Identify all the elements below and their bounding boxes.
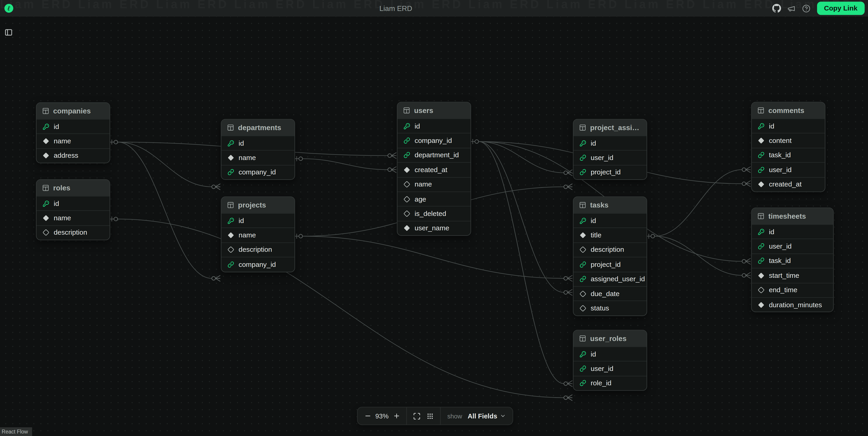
column-row-id[interactable]: id — [36, 196, 110, 211]
table-node-users[interactable]: usersidcompany_iddepartment_idcreated_at… — [397, 102, 471, 236]
table-node-roles[interactable]: rolesidnamedescription — [36, 180, 110, 240]
zoom-out-button[interactable] — [361, 409, 374, 423]
table-header[interactable]: project_assignments — [574, 120, 647, 135]
fields-filter-dropdown[interactable]: All Fields — [464, 409, 509, 423]
react-flow-attribution[interactable]: React Flow — [0, 427, 32, 436]
column-name: content — [769, 137, 792, 145]
table-title: users — [414, 106, 433, 115]
link-icon — [579, 169, 586, 176]
table-icon — [579, 201, 586, 209]
column-row-company_id[interactable]: company_id — [398, 133, 470, 148]
table-title: departments — [238, 124, 281, 132]
column-row-id[interactable]: id — [574, 213, 647, 228]
column-name: id — [591, 139, 596, 147]
column-name: id — [414, 122, 420, 130]
column-row-user_id[interactable]: user_id — [574, 361, 647, 376]
diamond-filled-icon — [227, 154, 234, 161]
column-row-id[interactable]: id — [398, 119, 470, 133]
topbar-watermark: Liam ERD Liam ERD Liam ERD Liam ERD Liam… — [0, 0, 868, 11]
column-row-name[interactable]: name — [398, 177, 470, 191]
column-row-role_id[interactable]: role_id — [574, 376, 647, 391]
column-row-project_id[interactable]: project_id — [574, 165, 647, 180]
table-icon — [757, 213, 765, 220]
column-row-created_at[interactable]: created_at — [752, 177, 825, 191]
column-row-name[interactable]: name — [36, 133, 110, 148]
column-row-description[interactable]: description — [574, 242, 647, 257]
column-row-description[interactable]: description — [36, 225, 110, 240]
column-name: id — [769, 122, 774, 130]
column-row-description[interactable]: description — [221, 242, 294, 257]
table-node-departments[interactable]: departmentsidnamecompany_id — [221, 119, 295, 180]
column-row-age[interactable]: age — [398, 191, 470, 206]
table-header[interactable]: projects — [221, 197, 294, 213]
table-node-project_assignments[interactable]: project_assignmentsiduser_idproject_id — [573, 119, 647, 180]
column-row-name[interactable]: name — [221, 227, 294, 242]
erd-canvas[interactable]: companiesidnameaddressrolesidnamedescrip… — [0, 17, 868, 436]
liam-logo[interactable]: ℓ — [4, 4, 13, 13]
column-row-content[interactable]: content — [752, 133, 825, 148]
column-row-department_id[interactable]: department_id — [398, 148, 470, 162]
column-row-user_name[interactable]: user_name — [398, 221, 470, 235]
table-header[interactable]: comments — [752, 102, 825, 119]
column-name: start_time — [769, 272, 799, 279]
table-header[interactable]: user_roles — [574, 331, 647, 346]
column-row-id[interactable]: id — [574, 346, 647, 361]
panel-left-icon — [4, 28, 12, 36]
table-header[interactable]: companies — [36, 103, 110, 119]
table-header[interactable]: tasks — [574, 197, 647, 213]
link-icon — [757, 166, 765, 174]
tidy-up-button[interactable] — [424, 409, 437, 423]
copy-link-button[interactable]: Copy Link — [817, 2, 865, 15]
column-row-task_id[interactable]: task_id — [752, 148, 825, 162]
column-row-user_id[interactable]: user_id — [752, 239, 833, 253]
column-row-user_id[interactable]: user_id — [574, 150, 647, 165]
column-row-is_deleted[interactable]: is_deleted — [398, 206, 470, 221]
column-row-address[interactable]: address — [36, 148, 110, 163]
column-name: is_deleted — [414, 210, 446, 218]
sidebar-toggle-button[interactable] — [3, 27, 13, 37]
diamond-filled-icon — [757, 301, 765, 308]
column-row-due_date[interactable]: due_date — [574, 286, 647, 301]
column-row-duration_minutes[interactable]: duration_minutes — [752, 297, 833, 312]
column-row-task_id[interactable]: task_id — [752, 253, 833, 268]
table-node-tasks[interactable]: tasksidtitledescriptionproject_idassigne… — [573, 196, 647, 316]
table-node-comments[interactable]: commentsidcontenttask_iduser_idcreated_a… — [751, 102, 825, 192]
table-node-user_roles[interactable]: user_rolesiduser_idrole_id — [573, 330, 647, 391]
diamond-outline-icon — [403, 195, 410, 203]
column-row-id[interactable]: id — [221, 135, 294, 150]
column-name: company_id — [414, 137, 452, 145]
column-row-assigned_user_id[interactable]: assigned_user_id — [574, 272, 647, 286]
table-node-companies[interactable]: companiesidnameaddress — [36, 102, 110, 163]
github-button[interactable] — [772, 4, 781, 13]
key-icon — [579, 217, 586, 224]
column-row-name[interactable]: name — [36, 211, 110, 225]
column-row-title[interactable]: title — [574, 227, 647, 242]
column-row-company_id[interactable]: company_id — [221, 165, 294, 180]
column-name: id — [239, 217, 244, 225]
help-button[interactable] — [802, 4, 811, 13]
link-icon — [579, 261, 586, 268]
column-row-id[interactable]: id — [752, 224, 833, 239]
announcements-button[interactable] — [787, 4, 796, 13]
column-row-end_time[interactable]: end_time — [752, 283, 833, 297]
diamond-outline-icon — [579, 305, 586, 312]
column-row-company_id[interactable]: company_id — [221, 257, 294, 272]
column-row-project_id[interactable]: project_id — [574, 257, 647, 272]
table-node-timesheets[interactable]: timesheetsiduser_idtask_idstart_timeend_… — [751, 208, 834, 312]
table-header[interactable]: roles — [36, 180, 110, 196]
zoom-in-button[interactable] — [390, 409, 403, 423]
column-row-id[interactable]: id — [752, 119, 825, 133]
column-row-id[interactable]: id — [36, 119, 110, 133]
table-header[interactable]: users — [398, 102, 470, 119]
column-row-user_id[interactable]: user_id — [752, 162, 825, 177]
table-node-projects[interactable]: projectsidnamedescriptioncompany_id — [221, 196, 295, 272]
column-row-id[interactable]: id — [574, 135, 647, 150]
fit-view-button[interactable] — [410, 409, 424, 423]
column-row-name[interactable]: name — [221, 150, 294, 165]
table-header[interactable]: departments — [221, 120, 294, 135]
column-row-status[interactable]: status — [574, 301, 647, 315]
column-row-id[interactable]: id — [221, 213, 294, 228]
column-row-created_at[interactable]: created_at — [398, 162, 470, 177]
table-header[interactable]: timesheets — [752, 208, 833, 224]
column-row-start_time[interactable]: start_time — [752, 268, 833, 283]
